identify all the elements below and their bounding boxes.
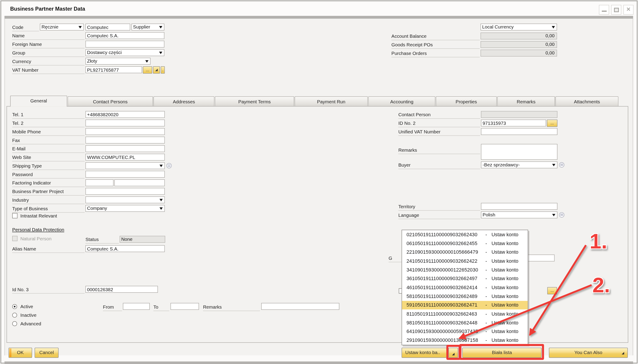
group-select[interactable]: Dostawcy części — [86, 49, 165, 56]
foreign-name-input[interactable] — [86, 41, 165, 48]
bank-account-action: Ustaw konto — [492, 320, 528, 326]
status-label: Status — [86, 236, 119, 244]
mobile-phone-input[interactable] — [86, 128, 165, 135]
to-label: To — [153, 304, 169, 311]
bank-account-option[interactable]: 36105019111000009032662497 - Ustaw konto — [402, 274, 528, 283]
minimize-button[interactable] — [599, 5, 609, 15]
id-no3-input[interactable] — [86, 286, 158, 293]
cancel-button[interactable]: Cancel — [35, 348, 59, 358]
fax-input[interactable] — [86, 136, 165, 144]
inactive-radio[interactable] — [12, 313, 17, 318]
tab[interactable]: Contact Persons — [68, 96, 153, 106]
purchase-orders-value: 0,00 — [480, 50, 557, 56]
tel2-input[interactable] — [86, 120, 165, 126]
bank-account-option[interactable]: 98105019111000009032662448 - Ustaw konto — [402, 318, 528, 327]
vat-dot-button[interactable]: . — [161, 66, 165, 74]
email-input[interactable] — [86, 145, 165, 152]
website-input[interactable] — [86, 154, 165, 161]
tab[interactable]: Addresses — [153, 96, 215, 106]
minimize-icon — [602, 11, 607, 12]
bp-project-input[interactable] — [86, 188, 165, 195]
bank-account-option[interactable]: 24105019111000009032662422 - Ustaw konto — [402, 256, 528, 266]
bank-account-action: Ustaw konto — [492, 267, 528, 273]
password-label: Password — [12, 171, 85, 178]
shipping-type-select[interactable] — [86, 162, 165, 169]
remarks-input[interactable] — [481, 144, 557, 160]
tab[interactable]: Attachments — [555, 96, 618, 106]
tab[interactable]: Payment Run — [295, 96, 368, 106]
bank-account-option[interactable]: 59105019111000009032662471 - Ustaw konto — [402, 301, 528, 310]
unified-vat-input[interactable] — [481, 128, 557, 135]
alias-name-input[interactable] — [86, 245, 165, 252]
code-input[interactable] — [86, 24, 130, 30]
bank-account-option[interactable]: 34109015930000000122652030 - Ustaw konto — [402, 266, 528, 274]
separator-dash: - — [481, 240, 492, 246]
foreign-name-label: Foreign Name — [12, 41, 85, 48]
intrastat-relevant-checkbox[interactable] — [12, 213, 18, 218]
type-of-business-select[interactable]: Company — [86, 205, 165, 212]
bank-account-option[interactable]: 22109015930000000105666479 - Ustaw konto — [402, 248, 528, 256]
advanced-radio[interactable] — [12, 321, 17, 326]
tab[interactable]: Accounting — [368, 96, 435, 106]
bank-account-option[interactable]: 81105019111000009032662463 - Ustaw konto — [402, 310, 528, 318]
tab[interactable]: Payment Terms — [215, 96, 294, 106]
factoring-indicator-input-2[interactable] — [114, 179, 165, 186]
bank-account-action: Ustaw konto — [492, 329, 528, 334]
tab[interactable]: Properties — [436, 96, 497, 106]
code-series-select[interactable]: Ręcznie — [40, 24, 84, 30]
display-currency-select[interactable]: Local Currency — [480, 24, 557, 30]
mobile-phone-label: Mobile Phone — [12, 128, 85, 136]
close-button[interactable]: ✕ — [623, 5, 633, 15]
tab[interactable]: General — [10, 96, 67, 107]
shipping-type-link-icon[interactable] — [167, 163, 172, 168]
active-radio[interactable] — [12, 304, 17, 309]
territory-input[interactable] — [481, 203, 557, 210]
bp-type-select[interactable]: Supplier — [132, 24, 165, 30]
id-no2-input[interactable] — [481, 120, 546, 126]
bank-account-action: Ustaw konto — [492, 258, 528, 264]
language-select[interactable]: Polish — [481, 212, 557, 218]
password-input[interactable] — [86, 171, 165, 178]
vat-number-input[interactable] — [86, 66, 142, 73]
id-no3-label: Id No. 3 — [12, 286, 85, 294]
factoring-indicator-input-1[interactable] — [86, 179, 114, 186]
ok-button[interactable]: OK — [9, 348, 32, 358]
tel1-input[interactable] — [86, 111, 165, 118]
bank-account-action: Ustaw konto — [492, 240, 528, 246]
buyer-select[interactable]: -Bez sprzedawcy- — [481, 162, 557, 168]
bank-account-option[interactable]: 06105019111000009032662455 - Ustaw konto — [402, 239, 528, 248]
id-no2-browse-button[interactable]: ... — [547, 120, 557, 127]
set-bank-account-button[interactable]: Ustaw konto ba.. — [402, 348, 447, 358]
fax-label: Fax — [12, 137, 85, 144]
shipping-type-label: Shipping Type — [12, 162, 85, 170]
bank-account-option[interactable]: 46105019111000009032662414 - Ustaw konto — [402, 283, 528, 292]
expand-corner-icon: ◢ — [622, 348, 624, 358]
industry-select[interactable] — [86, 196, 165, 204]
vat-expand-button[interactable]: ◢ — [153, 66, 160, 74]
validity-remarks-label: Remarks — [203, 304, 260, 311]
bank-account-option[interactable]: 29109015930000000136567158 - Ustaw konto — [402, 336, 528, 345]
tab[interactable]: Remarks — [497, 96, 555, 106]
bank-account-number: 59105019111000009032662471 — [402, 302, 481, 308]
currency-label: Currency — [12, 58, 85, 65]
bank-account-number: 29109015930000000136567158 — [402, 338, 481, 343]
alias-name-label: Alias Name — [12, 246, 85, 253]
you-can-also-button[interactable]: You Can Also ◢ — [549, 348, 628, 358]
separator-dash: - — [481, 249, 492, 255]
bank-account-option[interactable]: 02105019111000009032662430 - Ustaw konto — [402, 230, 528, 239]
currency-select[interactable]: Złoty — [86, 58, 151, 65]
name-input[interactable] — [86, 32, 165, 39]
validity-remarks-input[interactable] — [261, 303, 339, 310]
bank-account-number: 34109015930000000122652030 — [402, 267, 481, 273]
website-label: Web Site — [12, 154, 85, 162]
bp-project-label: Business Partner Project — [12, 188, 85, 196]
hidden-row-browse-button[interactable]: ... — [547, 287, 557, 294]
language-link-icon[interactable] — [559, 212, 564, 218]
vat-browse-button[interactable]: ... — [143, 66, 152, 74]
from-input[interactable] — [123, 303, 150, 310]
bank-account-option[interactable]: 58105019111000009032662489 - Ustaw konto — [402, 292, 528, 301]
to-input[interactable] — [171, 303, 199, 310]
bank-account-option[interactable]: 64109015930000000059037435 - Ustaw konto — [402, 327, 528, 336]
maximize-button[interactable] — [611, 5, 621, 15]
buyer-link-icon[interactable] — [559, 162, 564, 168]
